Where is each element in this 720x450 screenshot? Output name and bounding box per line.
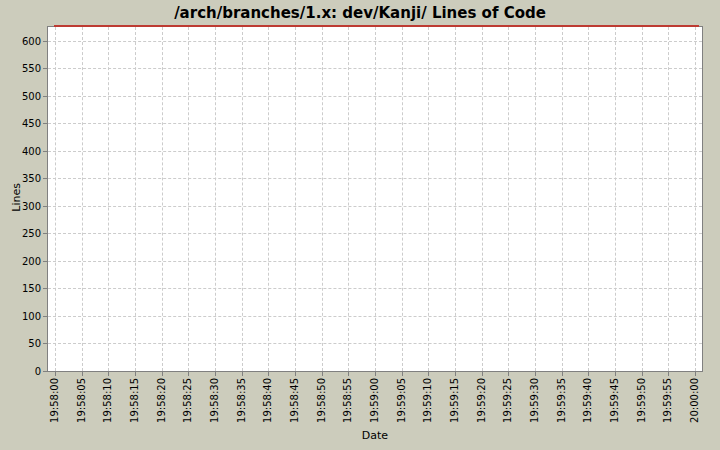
x-tick (615, 372, 616, 376)
x-tick-label: 19:58:40 (262, 378, 274, 423)
x-tick-label: 19:58:15 (129, 378, 141, 423)
x-tick-label: 19:59:50 (636, 378, 648, 423)
y-gridline (48, 206, 702, 207)
x-gridline (588, 27, 589, 371)
y-tick-label: 400 (0, 146, 41, 157)
y-tick-label: 250 (0, 228, 41, 239)
x-gridline (215, 27, 216, 371)
y-tick (43, 206, 47, 207)
x-gridline (455, 27, 456, 371)
x-gridline (668, 27, 669, 371)
y-tick (43, 178, 47, 179)
x-tick (642, 372, 643, 376)
x-tick-label: 19:58:35 (236, 378, 248, 423)
x-tick-label: 19:59:15 (449, 378, 461, 423)
y-tick-label: 550 (0, 63, 41, 74)
x-tick-label: 19:59:30 (529, 378, 541, 423)
y-gridline (48, 233, 702, 234)
x-gridline (135, 27, 136, 371)
x-tick-label: 19:58:25 (182, 378, 194, 423)
x-tick (348, 372, 349, 376)
y-gridline (48, 123, 702, 124)
x-tick (402, 372, 403, 376)
y-tick (43, 123, 47, 124)
x-tick (695, 372, 696, 376)
x-tick (268, 372, 269, 376)
plot-area (47, 26, 703, 372)
y-tick-label: 50 (0, 338, 41, 349)
y-tick (43, 151, 47, 152)
y-gridline (48, 178, 702, 179)
x-tick (188, 372, 189, 376)
x-tick-label: 19:59:35 (556, 378, 568, 423)
x-tick-label: 19:59:45 (609, 378, 621, 423)
loc-series-line (54, 25, 699, 27)
x-gridline (508, 27, 509, 371)
y-tick-label: 200 (0, 256, 41, 267)
x-gridline (482, 27, 483, 371)
x-tick (55, 372, 56, 376)
x-axis-label: Date (47, 429, 703, 442)
y-gridline (48, 151, 702, 152)
x-tick (535, 372, 536, 376)
x-gridline (188, 27, 189, 371)
x-gridline (562, 27, 563, 371)
x-tick-label: 20:00:00 (689, 378, 701, 423)
y-tick (43, 68, 47, 69)
y-gridline (48, 343, 702, 344)
x-tick (375, 372, 376, 376)
x-tick-label: 19:59:05 (396, 378, 408, 423)
y-tick (43, 41, 47, 42)
x-tick (162, 372, 163, 376)
x-gridline (82, 27, 83, 371)
x-gridline (348, 27, 349, 371)
x-tick-label: 19:58:20 (156, 378, 168, 423)
x-gridline (642, 27, 643, 371)
x-tick (428, 372, 429, 376)
x-tick (588, 372, 589, 376)
y-gridline (48, 261, 702, 262)
y-tick-label: 0 (0, 366, 41, 377)
x-gridline (55, 27, 56, 371)
x-tick-label: 19:59:25 (502, 378, 514, 423)
x-tick (295, 372, 296, 376)
x-tick (508, 372, 509, 376)
x-tick-label: 19:59:00 (369, 378, 381, 423)
x-gridline (108, 27, 109, 371)
x-tick-label: 19:59:20 (476, 378, 488, 423)
y-gridline (48, 96, 702, 97)
x-tick (668, 372, 669, 376)
y-tick-label: 600 (0, 36, 41, 47)
x-gridline (242, 27, 243, 371)
y-tick-label: 150 (0, 283, 41, 294)
x-tick-label: 19:59:10 (422, 378, 434, 423)
x-tick-label: 19:58:50 (316, 378, 328, 423)
x-tick (242, 372, 243, 376)
x-tick-label: 19:58:55 (342, 378, 354, 423)
y-gridline (48, 68, 702, 69)
x-gridline (615, 27, 616, 371)
x-tick-label: 19:58:30 (209, 378, 221, 423)
y-tick (43, 96, 47, 97)
x-tick (562, 372, 563, 376)
x-gridline (402, 27, 403, 371)
loc-chart: /arch/branches/1.x: dev/Kanji/ Lines of … (0, 0, 720, 450)
y-tick-label: 450 (0, 118, 41, 129)
x-tick-label: 19:59:55 (662, 378, 674, 423)
x-tick (322, 372, 323, 376)
x-tick (135, 372, 136, 376)
x-tick (455, 372, 456, 376)
y-gridline (48, 41, 702, 42)
x-gridline (295, 27, 296, 371)
y-gridline (48, 316, 702, 317)
x-tick (82, 372, 83, 376)
y-tick-label: 300 (0, 201, 41, 212)
x-gridline (268, 27, 269, 371)
x-tick-label: 19:58:45 (289, 378, 301, 423)
y-tick (43, 261, 47, 262)
y-tick (43, 316, 47, 317)
x-gridline (375, 27, 376, 371)
x-tick-label: 19:59:40 (582, 378, 594, 423)
y-tick (43, 233, 47, 234)
x-tick-label: 19:58:00 (49, 378, 61, 423)
